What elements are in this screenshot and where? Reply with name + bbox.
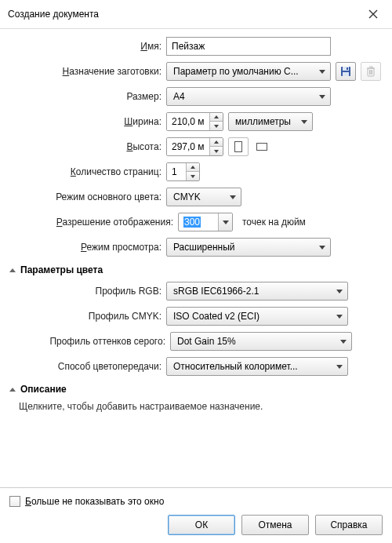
colormode-label: Режим основного цвета: [9, 191, 166, 202]
section-desc-header[interactable]: Описание [9, 384, 383, 395]
arrow-up-icon [214, 140, 219, 144]
viewmode-value: Расширенный [173, 242, 235, 253]
rgb-profile-value: sRGB IEC61966-2.1 [173, 286, 259, 297]
resolution-units-label: точек на дюйм [242, 217, 306, 228]
arrow-up-icon [214, 115, 219, 118]
units-value: миллиметры [235, 116, 291, 127]
units-select[interactable]: миллиметры [228, 112, 313, 131]
height-step-up[interactable] [210, 138, 223, 147]
save-icon [340, 66, 351, 77]
ok-button[interactable]: ОК [168, 515, 235, 535]
arrow-up-icon [191, 166, 195, 169]
resolution-label: Разрешение отображения: [9, 217, 178, 228]
width-spinner[interactable] [166, 112, 223, 131]
dialog-footer: Больше не показывать это окно ОК Отмена … [0, 487, 392, 543]
chevron-down-icon [230, 195, 236, 199]
preset-label: Назначение заготовки: [9, 66, 166, 77]
chevron-down-icon [319, 246, 325, 250]
arrow-down-icon [214, 125, 219, 128]
section-desc-title: Описание [20, 384, 67, 395]
section-color-title: Параметры цвета [20, 264, 103, 275]
chevron-down-icon [319, 70, 325, 74]
height-input[interactable] [167, 138, 209, 155]
resolution-dropdown-button[interactable] [218, 213, 232, 231]
chevron-up-icon [9, 388, 16, 392]
size-label: Размер: [9, 91, 166, 102]
gray-profile-value: Dot Gain 15% [177, 336, 236, 347]
dialog-content: Имя: Назначение заготовки: Параметр по у… [0, 29, 392, 412]
dont-show-checkbox[interactable] [9, 496, 20, 507]
width-step-up[interactable] [210, 113, 223, 122]
viewmode-label: Режим просмотра: [9, 242, 166, 253]
trash-icon [366, 66, 376, 77]
svg-rect-3 [347, 67, 348, 70]
name-input[interactable] [166, 37, 331, 56]
chevron-down-icon [301, 120, 307, 124]
size-value: A4 [173, 91, 185, 102]
gray-profile-select[interactable]: Dot Gain 15% [170, 332, 352, 351]
cmyk-profile-select[interactable]: ISO Coated v2 (ECI) [166, 307, 348, 326]
preset-select[interactable]: Параметр по умолчанию C... [166, 62, 331, 81]
gray-profile-label: Профиль оттенков серого: [9, 336, 170, 347]
landscape-icon [256, 143, 267, 151]
cmyk-profile-label: Профиль CMYK: [9, 311, 166, 322]
delete-preset-button [361, 62, 381, 81]
cancel-button[interactable]: Отмена [241, 515, 309, 535]
height-step-down[interactable] [210, 147, 223, 155]
width-label: Ширина: [9, 116, 166, 127]
pages-input[interactable] [167, 163, 186, 180]
intent-label: Способ цветопередачи: [9, 361, 166, 372]
rendering-intent-value: Относительный колоримет... [173, 361, 298, 372]
resolution-combo[interactable]: 300 [178, 213, 233, 231]
pages-step-up[interactable] [187, 163, 199, 172]
orientation-portrait-button[interactable] [228, 137, 249, 156]
width-input[interactable] [167, 113, 209, 130]
svg-rect-2 [343, 72, 349, 76]
pages-spinner[interactable] [166, 162, 200, 181]
titlebar: Создание документа [0, 0, 392, 29]
pages-label: Количество страниц: [9, 166, 166, 177]
rgb-profile-label: Профиль RGB: [9, 286, 166, 297]
close-icon [368, 9, 378, 19]
portrait-icon [234, 141, 242, 152]
section-color-header[interactable]: Параметры цвета [9, 264, 383, 275]
chevron-down-icon [340, 340, 347, 344]
pages-step-down[interactable] [187, 172, 199, 180]
chevron-down-icon [223, 220, 229, 224]
arrow-down-icon [214, 150, 219, 153]
save-preset-button[interactable] [336, 62, 356, 81]
dont-show-label: Больше не показывать это окно [25, 496, 164, 507]
close-button[interactable] [361, 5, 386, 24]
rgb-profile-select[interactable]: sRGB IEC61966-2.1 [166, 282, 348, 301]
chevron-down-icon [336, 315, 343, 319]
window-title: Создание документа [8, 9, 99, 20]
rendering-intent-select[interactable]: Относительный колоримет... [166, 357, 348, 376]
help-button[interactable]: Справка [315, 515, 383, 535]
orientation-landscape-button[interactable] [253, 139, 270, 155]
chevron-down-icon [336, 365, 343, 369]
colormode-select[interactable]: CMYK [166, 188, 241, 206]
chevron-up-icon [9, 268, 16, 272]
description-placeholder[interactable]: Щелкните, чтобы добавить настраиваемое н… [19, 401, 383, 412]
height-spinner[interactable] [166, 137, 223, 156]
chevron-down-icon [319, 95, 325, 99]
arrow-down-icon [191, 175, 195, 178]
viewmode-select[interactable]: Расширенный [166, 238, 331, 257]
cmyk-profile-value: ISO Coated v2 (ECI) [173, 311, 260, 322]
colormode-value: CMYK [173, 191, 201, 202]
preset-value: Параметр по умолчанию C... [173, 66, 299, 77]
width-step-down[interactable] [210, 122, 223, 130]
resolution-value: 300 [183, 217, 201, 228]
height-label: Высота: [9, 141, 166, 152]
size-select[interactable]: A4 [166, 87, 331, 106]
chevron-down-icon [336, 290, 343, 293]
name-label: Имя: [9, 41, 166, 52]
